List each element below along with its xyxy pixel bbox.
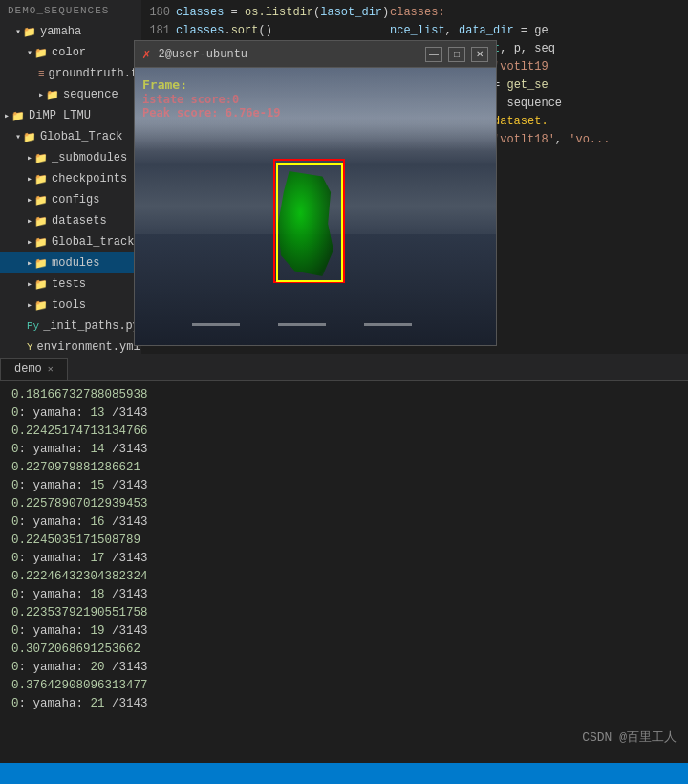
file-icon: Y: [27, 341, 33, 353]
sidebar-label: _submodules: [52, 151, 127, 164]
sidebar-item-globaltrack[interactable]: ▾ 📁 Global_Track: [0, 126, 141, 147]
terminal-line: 0.3072068691253662: [11, 641, 677, 659]
terminal-output: 0.18166732788085938 0: yamaha: 13 /3143 …: [0, 381, 688, 755]
sidebar-item-configs[interactable]: ▸ 📁 configs: [0, 189, 141, 210]
sidebar-label: datasets: [52, 214, 107, 228]
folder-icon: 📁: [34, 278, 48, 291]
sidebar-item-tools[interactable]: ▸ 📁 tools: [0, 294, 141, 316]
sidebar-item-modules[interactable]: ▸ 📁 modules: [0, 252, 141, 273]
chevron-right-icon: ▸: [27, 173, 32, 185]
folder-icon: 📁: [34, 215, 48, 228]
terminal-panel: demo ✕ 0.18166732788085938 0: yamaha: 13…: [0, 354, 688, 755]
terminal-line: 0.22578907012939453: [11, 495, 677, 513]
folder-icon: 📁: [34, 194, 48, 207]
terminal-line: 0.18166732788085938: [11, 386, 677, 404]
tab-close-icon[interactable]: ✕: [48, 363, 54, 375]
sidebar-label: DiMP_LTMU: [29, 109, 91, 122]
sidebar-label: color: [52, 46, 86, 59]
sidebar-label: tools: [52, 298, 86, 312]
terminal-line: 0: yamaha: 18 /3143: [11, 586, 677, 604]
road-marking: [278, 323, 326, 326]
sidebar-label: configs: [52, 193, 99, 207]
chevron-right-icon: ▸: [27, 257, 32, 269]
folder-icon: 📁: [46, 89, 59, 101]
tracking-window: ✗ 2@user-ubuntu — □ ✕ Frame: istate scor…: [134, 40, 497, 346]
chevron-right-icon: ▸: [38, 89, 44, 100]
sidebar-item-init-paths[interactable]: Py _init_paths.py: [0, 316, 141, 337]
sidebar-label: environment.yml: [37, 340, 140, 354]
chevron-down-icon: ▾: [15, 131, 21, 142]
folder-icon: 📁: [23, 26, 36, 38]
folder-icon: 📁: [34, 257, 48, 270]
sidebar-item-checkpoints[interactable]: ▸ 📁 checkpoints: [0, 168, 141, 189]
terminal-line: 0: yamaha: 21 /3143: [11, 695, 677, 713]
sidebar-item-color[interactable]: ▾ 📁 color: [0, 42, 141, 63]
maximize-button[interactable]: □: [448, 47, 465, 62]
tab-label: demo: [14, 362, 42, 376]
sidebar-label: Global_tracker: [52, 235, 141, 249]
terminal-tabbar: demo ✕: [0, 354, 688, 381]
folder-icon: 📁: [23, 131, 36, 143]
statusbar: [0, 763, 688, 784]
sidebar-item-datasets[interactable]: ▸ 📁 datasets: [0, 210, 141, 231]
bounding-box-yellow: [276, 163, 343, 282]
sidebar-item-dimp[interactable]: ▸ 📁 DiMP_LTMU: [0, 105, 141, 126]
terminal-line: 0: yamaha: 14 /3143: [11, 441, 677, 459]
road-marking: [364, 323, 412, 326]
folder-icon: 📁: [11, 110, 25, 122]
chevron-right-icon: ▸: [27, 278, 32, 290]
chevron-down-icon: ▾: [27, 47, 32, 58]
terminal-line: 0.2270979881286621: [11, 459, 677, 477]
float-titlebar: ✗ 2@user-ubuntu — □ ✕: [135, 41, 496, 68]
sidebar-item-environment[interactable]: Y environment.yml: [0, 337, 141, 354]
tracking-view: Frame: istate score:0 Peak score: 6.76e-…: [135, 68, 496, 345]
terminal-tab-demo[interactable]: demo ✕: [0, 358, 68, 380]
terminal-line: 0: yamaha: 16 /3143: [11, 513, 677, 532]
close-button[interactable]: ✕: [471, 47, 488, 62]
watermark: CSDN @百里工人: [582, 729, 677, 746]
chevron-right-icon: ▸: [27, 299, 32, 311]
sidebar-label: Global_Track: [40, 130, 122, 143]
minimize-button[interactable]: —: [425, 47, 442, 62]
terminal-line: 0.37642908096313477: [11, 677, 677, 695]
window-controls: — □ ✕: [425, 47, 488, 62]
chevron-right-icon: ▸: [27, 194, 32, 206]
chevron-right-icon: ▸: [27, 152, 32, 163]
road-marking: [192, 323, 240, 326]
sidebar-label: groundtruth.txt: [49, 67, 141, 80]
file-explorer: demo_sequences ▾ 📁 yamaha ▾ 📁 color ≡ gr…: [0, 0, 141, 354]
sidebar-label: tests: [52, 277, 86, 291]
sidebar-label: yamaha: [40, 25, 81, 38]
file-icon: ≡: [38, 68, 45, 79]
sidebar-item-submodules[interactable]: ▸ 📁 _submodules: [0, 147, 141, 168]
sidebar-label: _init_paths.py: [43, 319, 140, 333]
terminal-line: 0.22353792190551758: [11, 604, 677, 622]
sidebar-item-global-tracker[interactable]: ▸ 📁 Global_tracker: [0, 231, 141, 252]
terminal-line: 0: yamaha: 20 /3143: [11, 659, 677, 677]
sidebar-label: sequence: [63, 88, 118, 101]
chevron-down-icon: ▾: [15, 26, 21, 37]
folder-icon: 📁: [34, 299, 48, 312]
terminal-line: 0.22246432304382324: [11, 568, 677, 586]
chevron-right-icon: ▸: [4, 110, 10, 121]
x-icon: ✗: [142, 46, 150, 62]
terminal-line: 0.2245035171508789: [11, 532, 677, 550]
sidebar-item-sequence[interactable]: ▸ 📁 sequence: [0, 84, 141, 105]
sky-gradient: [135, 68, 496, 151]
folder-icon: 📁: [34, 236, 48, 249]
float-title: 2@user-ubuntu: [158, 48, 425, 61]
sidebar-title: demo_sequences: [0, 0, 141, 21]
sidebar-item-groundtruth[interactable]: ≡ groundtruth.txt: [0, 63, 141, 84]
sidebar-label: modules: [52, 256, 99, 270]
terminal-line: 0.22425174713134766: [11, 423, 677, 441]
sidebar-item-yamaha[interactable]: ▾ 📁 yamaha: [0, 21, 141, 42]
line-numbers: 180 181: [141, 0, 176, 40]
terminal-line: 0: yamaha: 17 /3143: [11, 550, 677, 568]
sidebar-item-tests[interactable]: ▸ 📁 tests: [0, 273, 141, 294]
chevron-right-icon: ▸: [27, 215, 32, 227]
folder-icon: 📁: [34, 173, 48, 185]
sidebar-label: checkpoints: [52, 172, 127, 185]
terminal-line: 0: yamaha: 15 /3143: [11, 477, 677, 495]
folder-icon: 📁: [34, 47, 48, 59]
chevron-right-icon: ▸: [27, 236, 32, 248]
